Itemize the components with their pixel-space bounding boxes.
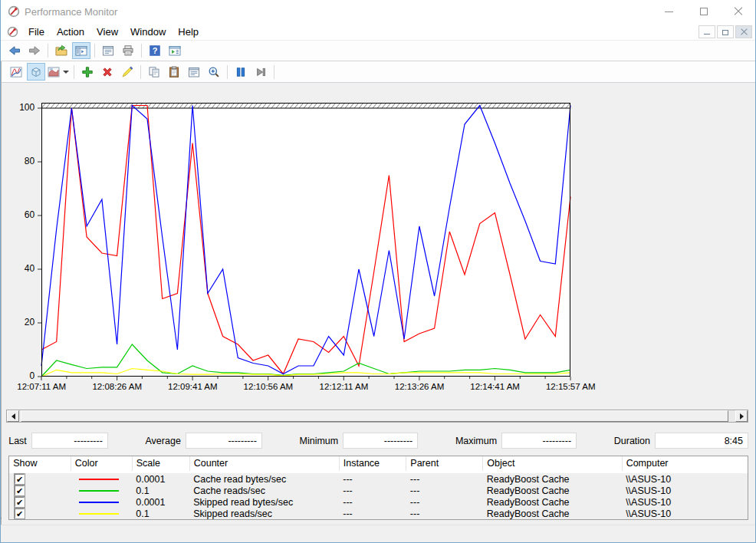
chart-scroll-right-arrow-icon[interactable] [735, 410, 748, 422]
zoom-button[interactable] [205, 63, 223, 81]
toolbar-separator [140, 65, 141, 79]
stat-label: Last [8, 436, 27, 446]
view-log-data-button[interactable] [27, 63, 45, 81]
window-title: Performance Monitor [25, 6, 117, 18]
x-axis-tick-label: 12:07:11 AM [17, 382, 66, 391]
window-controls [652, 0, 755, 23]
update-data-button[interactable] [251, 63, 270, 81]
view-log-data-icon [30, 66, 42, 78]
back-button[interactable] [5, 42, 24, 59]
perfmon-icon [8, 5, 20, 18]
toolbar-separator [274, 65, 274, 79]
perfmon-app-icon [8, 5, 20, 18]
paste-counter-list-icon [168, 66, 180, 78]
add-counter-button[interactable] [78, 63, 97, 81]
menu-item-action[interactable]: Action [51, 25, 90, 39]
cell-scale: 0.1 [132, 508, 189, 519]
properties-button[interactable] [185, 63, 203, 81]
child-restore-button[interactable] [717, 25, 734, 38]
child-close-button[interactable] [735, 25, 752, 38]
paste-counter-list-button[interactable] [165, 63, 183, 81]
y-axis-tick-label: 60 [25, 209, 35, 220]
print-button[interactable] [119, 42, 137, 59]
counter-row[interactable]: ✔0.0001Cache read bytes/sec------ReadyBo… [9, 472, 748, 485]
cell-object: ReadyBoost Cache [483, 485, 622, 496]
menu-item-view[interactable]: View [90, 25, 124, 39]
x-axis-labels: 12:07:11 AM12:08:26 AM12:09:41 AM12:10:5… [41, 382, 570, 397]
maximize-button[interactable] [686, 0, 721, 23]
stat-label: Minimum [300, 436, 339, 446]
highlight-icon [121, 66, 133, 78]
copy-properties-button[interactable] [145, 63, 163, 81]
y-axis-tick-label: 20 [25, 317, 35, 327]
forward-button[interactable] [25, 42, 44, 59]
change-graph-type-button[interactable] [47, 63, 70, 81]
content-area: PerformanceMonitoring ToolsPerformance M… [1, 61, 755, 525]
chart-scroll-left-arrow-icon[interactable] [7, 410, 19, 422]
counter-row[interactable]: ✔0.1Skipped reads/sec------ReadyBoost Ca… [9, 508, 748, 519]
x-axis-tick-label: 12:08:26 AM [92, 382, 142, 391]
show-hide-action-pane-button[interactable] [166, 42, 184, 59]
stat-value-last: --------- [31, 433, 108, 449]
help-button[interactable]: ? [146, 42, 164, 59]
cell-object: ReadyBoost Cache [483, 472, 622, 485]
menu-item-file[interactable]: File [22, 25, 51, 39]
toolbar-separator [227, 65, 228, 79]
toolbar-separator [94, 44, 95, 58]
show-checkbox[interactable]: ✔ [15, 497, 25, 507]
counter-legend: ShowColorScaleCounterInstanceParentObjec… [8, 456, 748, 520]
show-checkbox[interactable]: ✔ [15, 508, 25, 518]
back-icon [8, 44, 21, 57]
child-close-icon [741, 28, 748, 35]
counter-row[interactable]: ✔0.0001Skipped read bytes/sec------Ready… [9, 496, 748, 508]
delete-counter-icon [101, 66, 113, 78]
title-bar: Performance Monitor [1, 0, 755, 23]
column-header-counter[interactable]: Counter [189, 456, 339, 472]
show-hide-console-tree-icon [75, 44, 87, 57]
freeze-display-button[interactable] [232, 63, 250, 81]
stat-value-minimum: --------- [343, 433, 418, 449]
cell-object: ReadyBoost Cache [483, 496, 622, 508]
menu-item-window[interactable]: Window [124, 25, 172, 39]
column-header-object[interactable]: Object [483, 456, 622, 472]
minimize-button[interactable] [652, 0, 686, 23]
show-checkbox[interactable]: ✔ [15, 485, 25, 495]
column-header-scale[interactable]: Scale [132, 456, 189, 472]
counter-row[interactable]: ✔0.1Cache reads/sec------ReadyBoost Cach… [9, 485, 748, 496]
stat-label: Average [146, 436, 181, 446]
add-counter-icon [81, 66, 94, 78]
properties-dialog-button[interactable] [99, 42, 117, 59]
column-header-computer[interactable]: Computer [622, 456, 748, 472]
show-hide-console-tree-button[interactable] [72, 42, 90, 59]
performance-monitor-window: Performance Monitor FileActionViewWindow… [0, 0, 756, 543]
svg-text:?: ? [153, 46, 158, 55]
y-axis-tick-label: 100 [19, 102, 35, 113]
column-header-color[interactable]: Color [71, 456, 132, 472]
export-list-button[interactable] [52, 42, 71, 59]
column-header-show[interactable]: Show [9, 456, 71, 472]
view-current-activity-icon [10, 66, 22, 78]
child-minimize-button[interactable] [698, 25, 715, 38]
menu-item-help[interactable]: Help [172, 25, 205, 39]
close-icon [734, 7, 743, 16]
show-checkbox[interactable]: ✔ [15, 474, 25, 484]
stat-average: Average--------- [146, 433, 262, 449]
view-current-activity-button[interactable] [7, 63, 25, 81]
column-header-parent[interactable]: Parent [406, 456, 483, 472]
cell-scale: 0.0001 [132, 496, 189, 508]
cell-instance: --- [339, 508, 406, 519]
column-header-instance[interactable]: Instance [339, 456, 406, 472]
chart-scrollbar-track[interactable] [19, 410, 735, 422]
cell-counter: Skipped reads/sec [189, 508, 339, 519]
cell-counter: Skipped read bytes/sec [189, 496, 339, 508]
menu-items: FileActionViewWindowHelp [22, 25, 205, 39]
x-axis-tick-label: 12:09:41 AM [168, 382, 218, 391]
value-bar: Last---------Average---------Minimum----… [8, 433, 748, 449]
highlight-button[interactable] [118, 63, 136, 81]
y-axis-tick-label: 80 [25, 156, 35, 166]
chart-horizontal-scrollbar[interactable] [6, 410, 748, 423]
close-button[interactable] [721, 0, 755, 23]
delete-counter-button[interactable] [98, 63, 117, 81]
chart-scrollbar-thumb[interactable] [21, 410, 728, 422]
export-list-icon [55, 44, 67, 57]
